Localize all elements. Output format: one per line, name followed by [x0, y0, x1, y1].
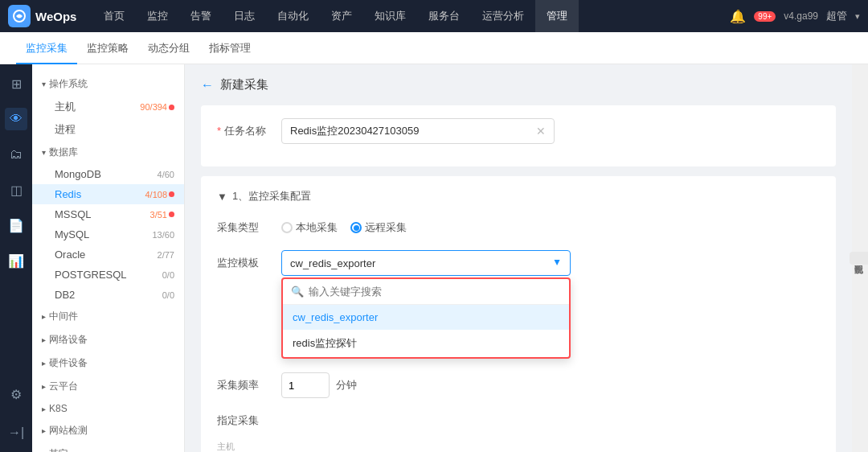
tree-item-oracle[interactable]: Oracle 2/77	[32, 244, 184, 265]
hardware-arrow: ▸	[42, 359, 46, 368]
nav-monitor[interactable]: 监控	[136, 0, 179, 32]
nav-automation[interactable]: 自动化	[266, 0, 320, 32]
required-star: *	[217, 125, 221, 137]
task-name-label: * 任务名称	[217, 124, 281, 138]
template-select-wrapper: cw_redis_exporter ▲ 🔍 cw_redis_exporter	[281, 250, 571, 276]
nav-service[interactable]: 服务台	[417, 0, 471, 32]
tree-item-mssql[interactable]: MSSQL 3/51	[32, 204, 184, 224]
tree-group-middleware-header[interactable]: ▸ 中间件	[32, 305, 184, 328]
collect-type-radio-group: 本地采集 远程采集	[281, 215, 820, 240]
task-name-card: * 任务名称 ✕	[201, 105, 836, 166]
content-area: ← 新建采集 * 任务名称 ✕ ▼ 1、监控采集配置	[185, 64, 852, 452]
network-label: 网络设备	[49, 333, 88, 347]
nav-knowledge[interactable]: 知识库	[363, 0, 417, 32]
sidebar-icon-chart[interactable]: 📊	[5, 249, 27, 272]
collect-freq-label: 采集频率	[217, 372, 281, 398]
dropdown-options: cw_redis_exporter redis监控探针	[283, 305, 569, 357]
task-name-clear-icon[interactable]: ✕	[536, 125, 546, 138]
website-label: 网站检测	[49, 424, 88, 438]
radio-remote[interactable]: 远程采集	[350, 220, 407, 235]
nav-alert[interactable]: 告警	[179, 0, 223, 32]
dropdown-search-input[interactable]	[309, 286, 561, 298]
host-warn-dot	[169, 105, 174, 110]
top-navigation: WeOps 首页 监控 告警 日志 自动化 资产 知识库 服务台 运营分析 管理…	[0, 0, 868, 32]
sidebar-icon-home[interactable]: ⊞	[5, 72, 27, 95]
mssql-warn-dot	[169, 212, 174, 217]
tree-group-cloud: ▸ 云平台	[32, 375, 184, 398]
nav-ops-analysis[interactable]: 运营分析	[471, 0, 535, 32]
k8s-arrow: ▸	[42, 405, 46, 413]
user-menu[interactable]: 超管	[826, 9, 847, 23]
nav-home[interactable]: 首页	[92, 0, 136, 32]
tree-group-other: ▸ 其它	[32, 442, 184, 452]
collect-freq-field: 采集频率 分钟	[217, 372, 820, 398]
template-select-box[interactable]: cw_redis_exporter ▲	[281, 250, 571, 276]
app-name: WeOps	[35, 10, 76, 23]
k8s-label: K8S	[49, 403, 68, 414]
tree-group-hardware-header[interactable]: ▸ 硬件设备	[32, 351, 184, 375]
logo-icon	[8, 5, 31, 27]
dropdown-option-0[interactable]: cw_redis_exporter	[283, 305, 569, 330]
tree-group-other-header[interactable]: ▸ 其它	[32, 442, 184, 452]
tree-group-k8s-header[interactable]: ▸ K8S	[32, 398, 184, 419]
freq-unit-label: 分钟	[336, 378, 357, 392]
dropdown-option-1[interactable]: redis监控探针	[283, 330, 569, 357]
user-dropdown-icon[interactable]: ▾	[855, 11, 860, 22]
nav-right: 🔔 99+ v4.ga99 超管 ▾	[730, 9, 860, 24]
config-hint-panel[interactable]: 配置说明	[850, 252, 868, 265]
nav-assets[interactable]: 资产	[320, 0, 363, 32]
notification-badge: 99+	[754, 11, 776, 22]
tab-metric-manage[interactable]: 指标管理	[199, 32, 260, 64]
tree-item-mongodb[interactable]: MongoDB 4/60	[32, 164, 184, 184]
tree-group-cloud-header[interactable]: ▸ 云平台	[32, 375, 184, 398]
tree-item-redis[interactable]: Redis 4/108	[32, 184, 184, 204]
page-title: 新建采集	[220, 77, 268, 92]
notification-icon[interactable]: 🔔	[730, 9, 746, 24]
sidebar-icon-expand[interactable]: →|	[5, 421, 27, 444]
task-name-row: * 任务名称 ✕	[217, 118, 820, 144]
tab-monitor-collect[interactable]: 监控采集	[16, 32, 77, 64]
back-arrow-icon: ←	[201, 78, 214, 92]
nav-admin[interactable]: 管理	[535, 0, 579, 32]
tab-monitor-strategy[interactable]: 监控策略	[77, 32, 138, 64]
section1-toggle-icon[interactable]: ▼	[217, 191, 227, 203]
page-header[interactable]: ← 新建采集	[201, 77, 836, 92]
assign-collect-label: 指定采集 主机	[217, 408, 281, 452]
tree-item-process[interactable]: 进程	[32, 118, 184, 141]
radio-local-circle[interactable]	[281, 222, 293, 233]
template-dropdown-panel: 🔍 cw_redis_exporter redis监控探针	[281, 277, 571, 359]
sidebar-icon-doc[interactable]: 📄	[5, 214, 27, 236]
tree-item-postgresql[interactable]: POSTGRESQL 0/0	[32, 265, 184, 285]
task-name-input-wrapper[interactable]: ✕	[281, 118, 555, 144]
hardware-label: 硬件设备	[49, 356, 88, 370]
sidebar-icon-layers[interactable]: ◫	[5, 179, 27, 201]
radio-local[interactable]: 本地采集	[281, 220, 338, 235]
monitor-template-control: cw_redis_exporter ▲ 🔍 cw_redis_exporter	[281, 250, 820, 276]
collect-freq-control: 分钟	[281, 372, 820, 398]
sidebar-icon-archive[interactable]: 🗂	[5, 143, 27, 166]
sidebar-icon-settings[interactable]: ⚙	[5, 383, 27, 405]
other-label: 其它	[49, 447, 68, 452]
middleware-label: 中间件	[49, 310, 78, 323]
tree-group-k8s: ▸ K8S	[32, 398, 184, 419]
tree-group-db-header[interactable]: ▾ 数据库	[32, 141, 184, 164]
sidebar-icon-monitor[interactable]: 👁	[5, 108, 27, 130]
sub-navigation: 监控采集 监控策略 动态分组 指标管理	[0, 32, 868, 64]
tree-group-network-header[interactable]: ▸ 网络设备	[32, 328, 184, 351]
tree-group-os-header[interactable]: ▾ 操作系统	[32, 72, 184, 96]
tree-group-website-header[interactable]: ▸ 网站检测	[32, 419, 184, 442]
redis-warn-dot	[169, 191, 174, 197]
tab-dynamic-group[interactable]: 动态分组	[138, 32, 199, 64]
tree-group-os: ▾ 操作系统 主机 90/394 进程	[32, 72, 184, 141]
task-name-field[interactable]	[290, 125, 536, 138]
radio-remote-circle[interactable]	[350, 222, 362, 233]
nav-log[interactable]: 日志	[223, 0, 266, 32]
tree-item-host[interactable]: 主机 90/394	[32, 96, 184, 118]
tree-item-db2[interactable]: DB2 0/0	[32, 285, 184, 305]
freq-input[interactable]	[281, 372, 330, 398]
right-panel: 配置说明	[852, 64, 868, 452]
assign-collect-field: 指定采集 主机	[217, 408, 820, 452]
nav-items: 首页 监控 告警 日志 自动化 资产 知识库 服务台 运营分析 管理	[92, 0, 730, 32]
monitor-template-label: 监控模板	[217, 250, 281, 276]
tree-item-mysql[interactable]: MySQL 13/60	[32, 224, 184, 244]
